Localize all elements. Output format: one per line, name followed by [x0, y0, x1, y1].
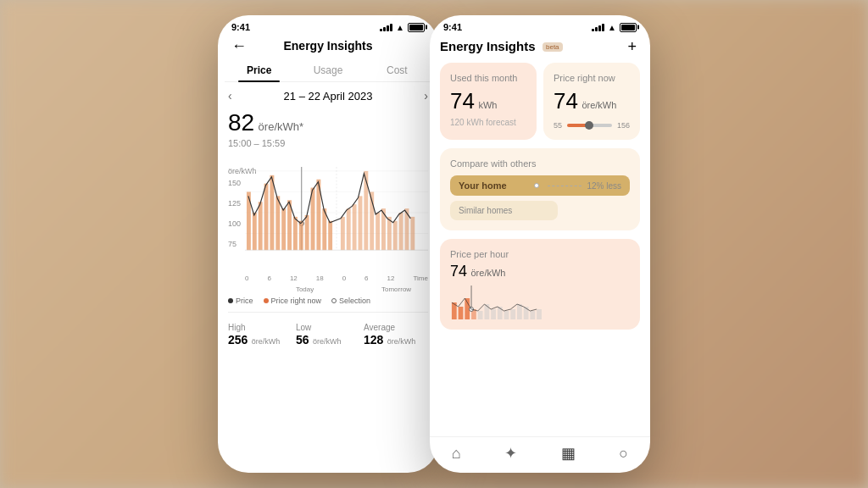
right-title-group: Energy Insights beta: [440, 39, 563, 54]
tab-price[interactable]: Price: [225, 59, 293, 81]
date-range: 21 – 22 April 2023: [284, 90, 373, 103]
svg-rect-45: [510, 309, 515, 319]
tab-cost[interactable]: Cost: [363, 59, 431, 81]
compare-card: Compare with others Your home 12% less S…: [440, 148, 640, 230]
svg-rect-24: [353, 204, 357, 250]
svg-rect-34: [410, 217, 415, 250]
svg-rect-16: [299, 221, 303, 250]
y-val-100: 100: [228, 219, 241, 228]
stat-low-unit: öre/kWh: [313, 337, 342, 346]
price-right-now-value-row: 74 öre/kWh: [554, 88, 630, 114]
compare-label: Compare with others: [450, 158, 630, 169]
price-slider-row: 55 156: [554, 121, 630, 130]
tabs-container: Price Usage Cost: [225, 59, 431, 82]
legend-price: Price: [228, 297, 253, 305]
left-phone: 9:41 ▲ ← Energy Insights Price: [218, 15, 438, 473]
tomorrow-label: Tomorrow: [381, 286, 411, 293]
svg-rect-37: [459, 307, 464, 319]
your-home-text: Your home: [459, 180, 507, 191]
price-right-now-card: Price right now 74 öre/kWh 55 156: [543, 63, 640, 140]
nav-sparkle-icon[interactable]: ✦: [504, 444, 517, 463]
nav-home-icon[interactable]: ⌂: [452, 445, 461, 463]
svg-rect-31: [393, 221, 398, 250]
svg-rect-11: [270, 175, 274, 250]
chart-svg: [245, 167, 428, 258]
nav-profile-icon[interactable]: ○: [619, 445, 628, 463]
status-icons-right: ▲: [592, 23, 637, 32]
price-now-unit: öre/kWh: [581, 100, 616, 110]
used-kwh-value: 74: [450, 88, 475, 114]
svg-rect-22: [341, 217, 345, 250]
x-label-time: Time: [413, 274, 427, 282]
wifi-icon-right: ▲: [608, 23, 616, 32]
stats-row: High 256 öre/kWh Low 56 öre/kWh Average …: [228, 323, 428, 347]
svg-rect-42: [491, 309, 496, 319]
x-label-6a: 6: [267, 274, 270, 282]
nav-chart-icon[interactable]: ▦: [561, 444, 576, 463]
svg-rect-21: [328, 221, 332, 250]
stat-average: Average 128 öre/kWh: [364, 323, 428, 347]
x-label-12b: 12: [387, 274, 395, 282]
svg-rect-17: [305, 215, 309, 250]
comparison-row: 12% less: [534, 181, 621, 191]
legend-label-price: Price: [236, 297, 253, 305]
stat-high-value: 256: [228, 333, 248, 347]
legend-dot-selection: [331, 298, 337, 303]
slider-thumb: [585, 121, 593, 130]
date-prev-button[interactable]: ‹: [228, 89, 232, 103]
status-bar-left: 9:41 ▲: [218, 15, 438, 36]
add-button[interactable]: +: [627, 38, 637, 56]
stat-avg-unit: öre/kWh: [387, 337, 416, 346]
svg-rect-40: [478, 311, 483, 319]
svg-rect-10: [264, 184, 269, 251]
left-phone-content: ‹ 21 – 22 April 2023 › 82 öre/kWh* 15:00…: [218, 82, 438, 473]
comparison-dot: [534, 183, 539, 188]
stat-high-unit: öre/kWh: [252, 337, 281, 346]
stat-low-value: 56: [296, 333, 309, 347]
x-label-0a: 0: [245, 274, 248, 282]
x-label-12a: 12: [290, 274, 298, 282]
stat-high: High 256 öre/kWh: [228, 323, 292, 347]
svg-rect-15: [293, 217, 298, 250]
price-per-hour-value-row: 74 öre/kWh: [450, 263, 630, 280]
legend-dot-price: [228, 298, 233, 303]
tab-usage[interactable]: Usage: [293, 59, 362, 81]
svg-rect-26: [364, 171, 368, 250]
status-icons-left: ▲: [380, 23, 425, 32]
stat-low: Low 56 öre/kWh: [296, 323, 360, 347]
battery-icon-right: [620, 23, 637, 32]
y-val-75: 75: [228, 240, 236, 248]
price-per-hour-value: 74: [450, 263, 467, 280]
stat-high-label: High: [228, 323, 292, 332]
bottom-navigation: ⌂ ✦ ▦ ○: [430, 436, 650, 473]
svg-rect-13: [281, 208, 286, 250]
page-title-right: Energy Insights: [440, 39, 536, 53]
svg-rect-25: [359, 196, 363, 250]
date-navigation: ‹ 21 – 22 April 2023 ›: [228, 82, 428, 109]
price-per-hour-unit: öre/kWh: [470, 268, 505, 278]
x-label-6b: 6: [364, 274, 368, 282]
slider-max: 156: [617, 121, 630, 130]
legend-label-selection: Selection: [339, 297, 370, 305]
right-phone: 9:41 ▲ Energy Insights beta +: [430, 15, 650, 473]
time-left: 9:41: [231, 22, 250, 32]
top-cards-row: Used this month 74 kWh 120 kWh forecast …: [440, 63, 640, 148]
stat-avg-value: 128: [364, 333, 383, 347]
similar-homes-text: Similar homes: [459, 206, 512, 215]
stats-divider: [228, 312, 428, 319]
price-unit: öre/kWh*: [259, 120, 303, 133]
wifi-icon-left: ▲: [396, 23, 404, 32]
price-hero: 82 öre/kWh*: [228, 109, 428, 136]
y-val-125: 125: [228, 199, 241, 208]
date-next-button[interactable]: ›: [424, 89, 428, 103]
battery-icon-left: [408, 23, 425, 32]
used-this-month-value-row: 74 kWh: [450, 88, 526, 114]
legend-selection: Selection: [331, 297, 370, 305]
chart-legend: Price Price right now Selection: [228, 297, 428, 305]
back-button[interactable]: ←: [231, 37, 247, 55]
svg-rect-32: [399, 213, 403, 250]
energy-chart: öre/kWh 150 125 100 75: [228, 155, 428, 282]
today-label: Today: [296, 286, 314, 293]
time-right: 9:41: [443, 22, 462, 32]
right-phone-content: Used this month 74 kWh 120 kWh forecast …: [430, 63, 650, 436]
